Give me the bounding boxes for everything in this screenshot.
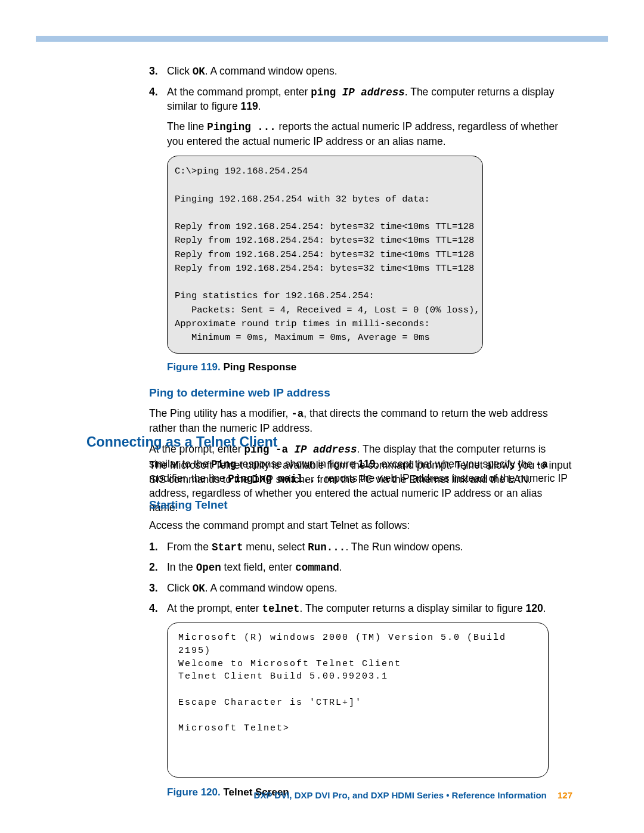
lower-content: Connecting as a Telnet Client The Micros…	[86, 420, 572, 810]
step-number: 3.	[149, 64, 158, 79]
step-number: 4.	[149, 85, 158, 100]
pinging-code: Pinging ...	[207, 121, 276, 133]
page-footer: DXP DVI, DXP DVI Pro, and DXP HDMI Serie…	[254, 790, 572, 800]
telnet-step-1: 1. From the Start menu, select Run.... T…	[149, 540, 572, 555]
ping-web-heading: Ping to determine web IP address	[149, 385, 572, 401]
page-number: 127	[558, 790, 572, 800]
steps-list-a: 3. Click OK. A command window opens. 4. …	[149, 64, 572, 148]
ok-code: OK	[193, 66, 205, 78]
ping-output-box: C:\>ping 192.168.254.254 Pinging 192.168…	[167, 156, 483, 354]
telnet-heading: Connecting as a Telnet Client	[86, 433, 572, 451]
step-text: At the command prompt, enter ping IP add…	[167, 86, 554, 113]
ip-placeholder: IP address	[342, 86, 405, 98]
figure-label: Figure 119.	[167, 361, 221, 373]
telnet-output-box: Microsoft (R) windows 2000 (TM) Version …	[167, 623, 549, 778]
dash-a-code: -a	[291, 408, 304, 420]
ping-cmd: ping	[311, 86, 342, 98]
telnet-lead: Access the command prompt and start Teln…	[149, 519, 572, 533]
starting-telnet-heading: Starting Telnet	[149, 497, 572, 513]
telnet-step-4: 4. At the prompt, enter telnet. The comp…	[149, 602, 572, 617]
telnet-step-3: 3. Click OK. A command window opens.	[149, 581, 572, 596]
step-3: 3. Click OK. A command window opens.	[149, 64, 572, 79]
telnet-step-2: 2. In the Open text field, enter command…	[149, 561, 572, 575]
figure-119-caption: Figure 119. Ping Response	[167, 361, 572, 374]
footer-title: DXP DVI, DXP DVI Pro, and DXP HDMI Serie…	[254, 790, 547, 800]
figure-title: Ping Response	[221, 361, 297, 373]
steps-list-b: 1. From the Start menu, select Run.... T…	[149, 540, 572, 617]
header-bar	[36, 36, 608, 42]
step-note: The line Pinging ... reports the actual …	[167, 120, 572, 148]
figure-label: Figure 120.	[167, 786, 221, 798]
telnet-body: The Microsoft Telnet utility is availabl…	[149, 459, 572, 800]
telnet-intro: The Microsoft Telnet utility is availabl…	[149, 459, 572, 487]
step-text: Click OK. A command window opens.	[167, 65, 338, 77]
step-4: 4. At the command prompt, enter ping IP …	[149, 85, 572, 149]
